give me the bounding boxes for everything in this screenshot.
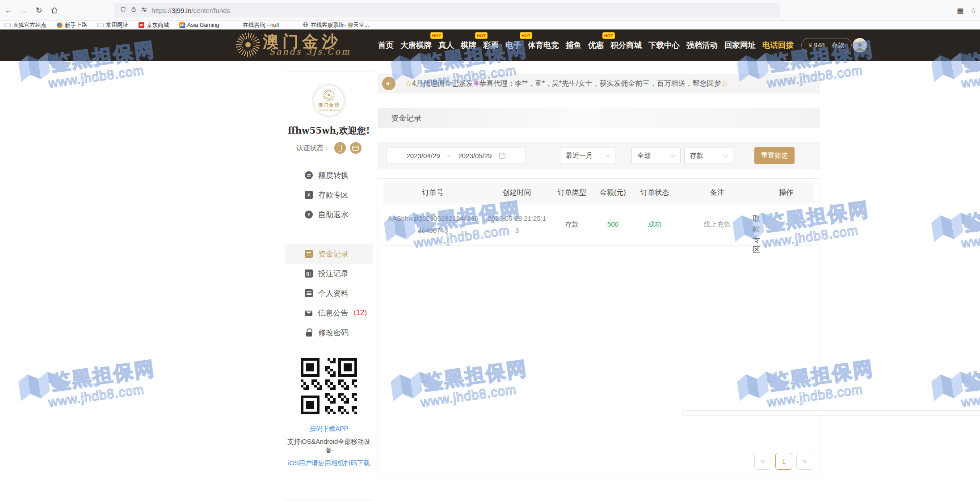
user-avatar[interactable] bbox=[853, 38, 867, 52]
bookmark-star-icon[interactable]: ☆ bbox=[970, 6, 976, 15]
sidebar-item-存款专区[interactable]: ¥存款专区 bbox=[285, 185, 373, 205]
current-page-button[interactable]: 1 bbox=[775, 453, 792, 470]
watermark: 鉴黑担保网www.jhdb8.com bbox=[21, 349, 180, 428]
nav-item[interactable]: 优惠HOT bbox=[588, 40, 604, 51]
deposit-icon: ¥ bbox=[305, 191, 313, 199]
filter-bar: 2023/04/29 ~ 2023/05/29 最近一月 全部 存款 重置筛选 bbox=[378, 142, 820, 169]
screenshot-grid-icon[interactable]: ▦ bbox=[957, 6, 964, 15]
bookmark-item[interactable]: 火狐官方站点 bbox=[4, 21, 46, 29]
nav-item[interactable]: 大唐棋牌HOT bbox=[400, 40, 432, 51]
bookmark-item[interactable]: 在线客服系统- 聊天室... bbox=[303, 21, 369, 29]
nav-item[interactable]: 体育电竞 bbox=[528, 40, 559, 51]
sidebar-logo: 澳门金沙 Sands Macao bbox=[312, 84, 346, 118]
column-header: 订单状态 bbox=[633, 183, 676, 203]
sidebar-item-投注记录[interactable]: 投注记录 bbox=[285, 264, 373, 283]
nav-item[interactable]: 积分商城 bbox=[610, 40, 642, 51]
browser-toolbar: ← → ↻ https://3j99.in/center/funds ▦ ☆ bbox=[0, 0, 980, 21]
site-header: 澳门金沙 Sands 3Js.Com 首页大唐棋牌HOT真人棋牌HOT彩票电子H… bbox=[0, 29, 980, 61]
nav-item[interactable]: 彩票 bbox=[483, 40, 499, 51]
rebate-icon: ¥ bbox=[305, 211, 313, 219]
sidebar-item-个人资料[interactable]: 个人资料 bbox=[285, 283, 373, 303]
deposit-button[interactable]: 存款 bbox=[832, 41, 845, 50]
bookmark-item[interactable]: AGAsia Gaming bbox=[179, 22, 219, 28]
sidebar-item-label: 额度转换 bbox=[318, 170, 349, 181]
date-range-input[interactable]: 2023/04/29 ~ 2023/05/29 bbox=[387, 147, 526, 164]
nav-item[interactable]: 捕鱼 bbox=[566, 40, 581, 51]
sidebar-item-资金记录[interactable]: 资金记录 bbox=[285, 244, 373, 264]
next-page-button[interactable]: > bbox=[796, 453, 813, 470]
table-header-row: 订单号创建时间订单类型金额(元)订单状态备注操作 bbox=[383, 183, 814, 203]
type-select[interactable]: 全部 bbox=[631, 147, 681, 164]
qr-download-link[interactable]: 扫码下载APP bbox=[285, 425, 373, 433]
sidebar-brand-name: 澳门金沙 bbox=[318, 102, 340, 109]
watermark-brand: 鉴黑担保网 bbox=[49, 355, 157, 396]
shield-icon[interactable] bbox=[120, 6, 126, 15]
sidebar-item-信息公告[interactable]: 信息公告(12) bbox=[285, 303, 373, 323]
range-select[interactable]: 最近一月 bbox=[560, 147, 615, 164]
nav-item[interactable]: 电话回拨 bbox=[762, 40, 794, 51]
back-icon[interactable]: ← bbox=[2, 4, 15, 17]
auth-status-row: 认证状态： bbox=[285, 142, 373, 154]
permissions-icon[interactable] bbox=[141, 6, 147, 14]
bookmark-item[interactable]: 新手上路 bbox=[57, 21, 87, 29]
sidebar-item-label: 修改密码 bbox=[318, 328, 349, 338]
home-icon[interactable] bbox=[47, 4, 61, 17]
cell-created-at: 2023-05-28 21:25:13 bbox=[483, 203, 551, 245]
nav-item[interactable]: 回家网址 bbox=[724, 40, 756, 51]
mail-icon bbox=[305, 311, 312, 316]
category-select[interactable]: 存款 bbox=[684, 147, 733, 164]
date-to: 2023/05/29 bbox=[458, 152, 492, 160]
sidebar-item-label: 自助返水 bbox=[318, 210, 349, 220]
reload-icon[interactable]: ↻ bbox=[32, 4, 46, 17]
cell-remark: 线上充值 bbox=[677, 203, 758, 245]
hot-badge: HOT bbox=[475, 32, 488, 39]
balance-pill[interactable]: ¥ 948 存款 bbox=[801, 38, 852, 52]
bookmark-label: Asia Gaming bbox=[187, 22, 219, 28]
qr-support-text: 支持iOS&Android全部移动设备 bbox=[285, 438, 373, 455]
column-header: 创建时间 bbox=[483, 183, 551, 203]
forward-icon[interactable]: → bbox=[17, 4, 30, 17]
pagination: < 1 > bbox=[754, 453, 813, 470]
url-bar[interactable]: https://3j99.in/center/funds bbox=[114, 3, 780, 17]
nav-item[interactable]: 棋牌HOT bbox=[461, 40, 476, 51]
table-body: AAShhwzf2023052821244336464907432023-05-… bbox=[383, 203, 814, 245]
sidebar-item-修改密码[interactable]: 修改密码 bbox=[285, 323, 373, 342]
bookmark-item[interactable]: 常用网址 bbox=[97, 21, 128, 29]
nav-item[interactable]: 电子HOT bbox=[505, 40, 521, 51]
phone-verified-icon[interactable] bbox=[334, 142, 346, 154]
bookmark-item[interactable]: JD京东商城 bbox=[139, 21, 169, 29]
sidebar-menu: ⇄额度转换¥存款专区¥自助返水取款专区资金记录投注记录个人资料信息公告(12)修… bbox=[285, 165, 373, 342]
chevron-down-icon bbox=[605, 152, 610, 157]
cell-amount: 500 bbox=[593, 203, 634, 245]
ag-icon: AG bbox=[179, 22, 185, 28]
brand-logo[interactable]: 澳门金沙 Sands 3Js.Com bbox=[236, 33, 351, 57]
hot-badge: HOT bbox=[430, 32, 443, 39]
cell-action bbox=[758, 203, 814, 245]
unread-count: (12) bbox=[353, 308, 367, 317]
folder-icon bbox=[97, 22, 104, 29]
lock-icon[interactable] bbox=[130, 6, 137, 14]
nav-item[interactable]: 强档活动 bbox=[686, 40, 718, 51]
url-text[interactable]: https://3j99.in/center/funds bbox=[151, 7, 230, 14]
sidebar-item-自助返水[interactable]: ¥自助返水 bbox=[285, 205, 373, 224]
calendar-icon bbox=[499, 152, 506, 159]
cell-order-status: 成功 bbox=[633, 203, 676, 245]
column-header: 金额(元) bbox=[593, 183, 634, 203]
folder-icon bbox=[4, 22, 11, 29]
page-title: 资金记录 bbox=[378, 108, 820, 128]
date-separator: ~ bbox=[447, 152, 451, 160]
nav-item[interactable]: 下载中心 bbox=[648, 40, 680, 51]
sidebar-item-取款专区[interactable]: 取款专区 bbox=[285, 224, 373, 244]
prev-page-button[interactable]: < bbox=[754, 453, 771, 470]
bookmark-item[interactable]: 在线咨询 - null bbox=[243, 21, 279, 29]
nav-item[interactable]: 真人 bbox=[438, 40, 454, 51]
speaker-icon bbox=[382, 77, 395, 90]
bankcard-verified-icon[interactable] bbox=[350, 142, 362, 154]
watermark-brand: 鉴黑担保网 bbox=[962, 196, 980, 237]
nav-item[interactable]: 首页 bbox=[378, 40, 394, 51]
watermark-site: www.jhdb8.com bbox=[960, 382, 980, 410]
sidebar-item-label: 信息公告 bbox=[318, 308, 348, 318]
column-header: 订单类型 bbox=[551, 183, 593, 203]
sidebar-item-额度转换[interactable]: ⇄额度转换 bbox=[285, 165, 373, 185]
reset-filter-button[interactable]: 重置筛选 bbox=[754, 147, 795, 164]
